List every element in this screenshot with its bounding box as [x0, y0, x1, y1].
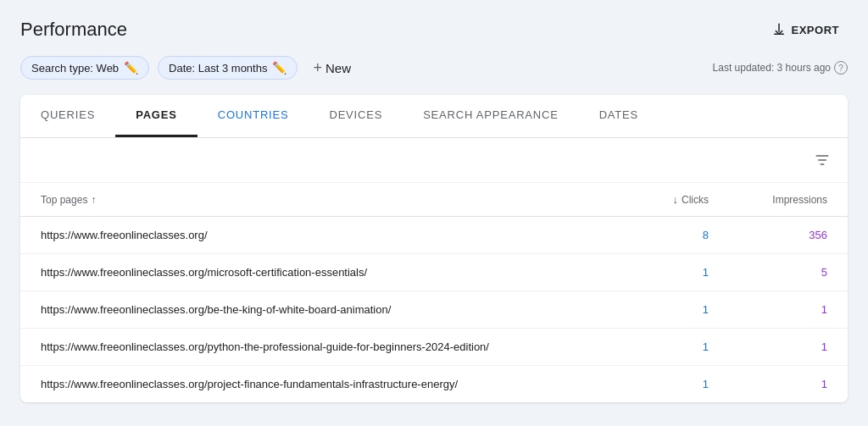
tab-pages[interactable]: PAGES [115, 95, 198, 137]
cell-url: https://www.freeonlineclasses.org/be-the… [41, 303, 607, 316]
plus-icon: + [313, 60, 322, 75]
tab-queries[interactable]: QUERIES [20, 95, 115, 137]
filter-row: Search type: Web ✏️ Date: Last 3 months … [20, 56, 848, 80]
info-icon[interactable]: ? [834, 61, 848, 75]
toolbar-row [20, 138, 848, 183]
tab-dates[interactable]: DATES [579, 95, 659, 137]
cell-impressions: 1 [709, 303, 827, 316]
main-card: QUERIES PAGES COUNTRIES DEVICES SEARCH A… [20, 95, 848, 402]
cell-url: https://www.freeonlineclasses.org/micros… [41, 266, 607, 279]
cell-url: https://www.freeonlineclasses.org/ [41, 229, 607, 241]
table-row[interactable]: https://www.freeonlineclasses.org/projec… [20, 366, 848, 402]
filter-sort-button[interactable] [810, 148, 834, 172]
tabs-row: QUERIES PAGES COUNTRIES DEVICES SEARCH A… [20, 95, 848, 138]
header: Performance EXPORT [20, 17, 848, 42]
cell-url: https://www.freeonlineclasses.org/python… [41, 340, 607, 353]
date-edit-icon: ✏️ [272, 61, 287, 75]
col-clicks-header: ↓ Clicks [607, 193, 709, 206]
new-label: New [326, 61, 351, 75]
sort-arrow-clicks: ↓ [673, 193, 679, 206]
date-chip[interactable]: Date: Last 3 months ✏️ [158, 56, 298, 80]
col-pages-header: Top pages ↑ [41, 194, 607, 206]
cell-impressions: 356 [709, 229, 827, 241]
cell-clicks: 1 [607, 340, 709, 353]
search-type-chip[interactable]: Search type: Web ✏️ [20, 56, 149, 80]
new-button[interactable]: + New [306, 56, 358, 80]
export-icon [771, 22, 787, 37]
tab-devices[interactable]: DEVICES [309, 95, 403, 137]
last-updated: Last updated: 3 hours ago ? [713, 61, 848, 75]
cell-url: https://www.freeonlineclasses.org/projec… [41, 378, 607, 390]
cell-clicks: 8 [607, 229, 709, 241]
export-button[interactable]: EXPORT [763, 17, 848, 42]
table-row[interactable]: https://www.freeonlineclasses.org/ 8 356 [20, 217, 848, 254]
tab-countries[interactable]: COUNTRIES [198, 95, 309, 137]
search-type-label: Search type: Web [31, 62, 119, 75]
cell-impressions: 1 [709, 340, 827, 353]
date-label: Date: Last 3 months [169, 62, 267, 75]
search-type-edit-icon: ✏️ [124, 61, 138, 75]
cell-impressions: 5 [709, 266, 827, 279]
cell-impressions: 1 [709, 378, 827, 390]
table-row[interactable]: https://www.freeonlineclasses.org/python… [20, 329, 848, 366]
filter-left: Search type: Web ✏️ Date: Last 3 months … [20, 56, 358, 80]
cell-clicks: 1 [607, 378, 709, 390]
col-impressions-header: Impressions [709, 194, 827, 206]
table-body: https://www.freeonlineclasses.org/ 8 356… [20, 217, 848, 402]
table-row[interactable]: https://www.freeonlineclasses.org/be-the… [20, 291, 848, 329]
page-title: Performance [20, 19, 127, 41]
filter-lines-icon [814, 152, 831, 169]
sort-icon-pages: ↑ [91, 194, 96, 206]
table-header: Top pages ↑ ↓ Clicks Impressions [20, 183, 848, 217]
table-row[interactable]: https://www.freeonlineclasses.org/micros… [20, 254, 848, 291]
cell-clicks: 1 [607, 266, 709, 279]
cell-clicks: 1 [607, 303, 709, 316]
tab-search-appearance[interactable]: SEARCH APPEARANCE [403, 95, 579, 137]
